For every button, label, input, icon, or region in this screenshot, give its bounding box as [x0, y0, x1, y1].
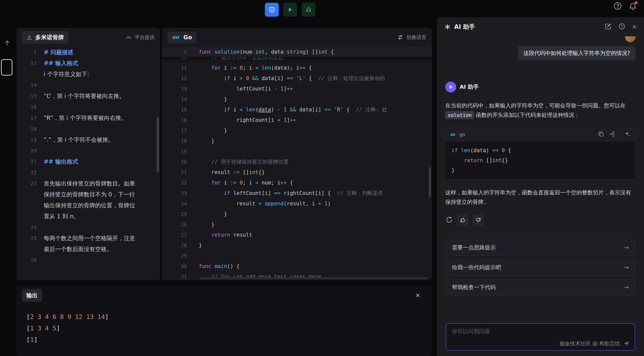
output-token — [34, 313, 38, 320]
thumbs-up-icon — [460, 217, 466, 223]
problem-text: # 问题描述 — [44, 47, 136, 58]
line-number: 19 — [16, 134, 44, 145]
help-button[interactable] — [613, 2, 622, 11]
code-token: 'R' — [334, 107, 343, 113]
refresh-icon — [445, 216, 453, 224]
code-token: { — [306, 65, 312, 71]
suggestion-chip[interactable]: 帮我检查一下代码→ — [445, 279, 636, 295]
code-token: (data) — [470, 147, 492, 153]
insert-code-button[interactable] — [609, 131, 615, 138]
provider-label-wrap: 平台提供 — [126, 34, 154, 41]
code-token: } — [199, 242, 202, 248]
suggestion-chip[interactable]: 需要一点思路提示→ — [445, 240, 636, 256]
problem-line: 25每两个数之间用一个空格隔开，注意最后一个数后面没有空格。 — [16, 233, 160, 255]
code-editor-content[interactable]: 10 // 遍历字符串，更新推动次数11 for i := 0; i < len… — [162, 57, 432, 280]
code-token: ) — [328, 201, 331, 207]
answer-code-block: GO go if len(data) == 0 { retur — [445, 127, 636, 179]
regenerate-button[interactable] — [445, 216, 453, 224]
switch-language-label: 切换语言 — [406, 34, 426, 41]
collapsed-panel-tab[interactable] — [1, 59, 12, 76]
history-button[interactable] — [618, 23, 626, 31]
code-token: int — [249, 169, 258, 175]
code-line: 10 // 遍历字符串，更新推动次数 — [162, 57, 432, 63]
code-line: } — [452, 165, 629, 175]
code-line: 14 } — [162, 94, 432, 104]
code-token: 0 — [246, 75, 249, 81]
thumbs-down-button[interactable] — [472, 214, 484, 226]
compose-icon — [604, 23, 612, 30]
line-number: 16 — [162, 115, 187, 125]
toolbar-run-group — [265, 3, 316, 17]
notifications-button[interactable] — [628, 2, 637, 11]
collapse-up-button[interactable] — [4, 39, 11, 48]
code-token: == — [492, 147, 502, 153]
code-token: ; i — [243, 180, 256, 186]
code-token: solution — [214, 49, 240, 55]
code-token: {} — [258, 169, 264, 175]
send-icon[interactable] — [623, 340, 630, 347]
code-token: rightCount[i — [199, 117, 277, 123]
code-token: [] — [243, 169, 249, 175]
switch-language-button[interactable]: 切换语言 — [397, 34, 426, 41]
ai-close-button[interactable]: × — [632, 23, 636, 31]
line-number — [16, 69, 44, 80]
assistant-answer-intro: 在当前的代码中，如果输入的字符串为空，可能会导致一些问题。您可以在 soluti… — [445, 101, 636, 120]
ai-apply-button[interactable] — [624, 131, 631, 138]
line-number: 24 — [162, 198, 187, 209]
output-line: [1] — [26, 334, 432, 345]
problem-text: i 个字符意义如下: — [44, 69, 136, 80]
code-token: len — [262, 65, 271, 71]
run-button[interactable] — [283, 3, 297, 17]
problem-scrollbar[interactable] — [157, 117, 159, 172]
suggestion-chip[interactable]: 给我一些代码提示吧→ — [445, 259, 636, 275]
code-token: } — [199, 211, 227, 217]
problem-line: 16 — [16, 101, 160, 112]
code-token — [249, 75, 252, 81]
output-close-button[interactable]: × — [416, 291, 420, 299]
editor-vertical-scrollbar[interactable] — [429, 167, 431, 197]
output-line: [2 3 4 6 8 9 12 13 14] — [26, 311, 432, 323]
sticky-code-line[interactable]: 5 func solution(num int, data string) []… — [162, 47, 432, 57]
code-token: leftCount[i — [199, 86, 274, 92]
editor-horizontal-scrollbar[interactable] — [199, 277, 428, 279]
line-number: 11 — [162, 63, 187, 73]
problem-line: 1# 问题描述 — [16, 47, 160, 58]
code-token — [199, 190, 224, 196]
insert-code-icon — [609, 131, 615, 137]
code-token: - — [277, 107, 284, 113]
code-text: if i < len(data) - 1 && data[i] == 'R' {… — [199, 104, 387, 115]
problem-title-badge[interactable]: 多米诺骨牌 — [22, 31, 68, 44]
copy-code-button[interactable] — [598, 131, 604, 138]
code-token: append — [265, 201, 284, 207]
output-token: 6 — [52, 313, 56, 320]
line-number: 28 — [162, 240, 187, 251]
new-chat-button[interactable] — [604, 23, 612, 31]
line-number: 15 — [16, 91, 44, 101]
thumbs-down-icon — [475, 217, 481, 223]
output-token: [ — [26, 313, 30, 320]
problem-content[interactable]: 1# 问题描述11## 输入格式i 个字符意义如下:1415“L”，第 i 个字… — [16, 47, 160, 265]
language-badge[interactable]: GO Go — [168, 32, 196, 43]
code-token: 1 — [280, 86, 284, 92]
submit-button[interactable] — [265, 3, 279, 17]
suggestion-list: 需要一点思路提示→给我一些代码提示吧→帮我检查一下代码→ — [445, 240, 636, 295]
ai-input[interactable] — [446, 324, 634, 339]
code-token: (result, i — [284, 201, 318, 207]
ai-assistant-panel: AI 助手 × 这段代码中如何处理输入字符串为空的情况? AI 助手 在当前的代… — [437, 18, 644, 356]
code-token: num; i — [262, 180, 280, 186]
chart-icon — [126, 34, 132, 40]
code-text: result = append(result, i + 1) — [199, 198, 331, 209]
sparkle-icon — [444, 24, 451, 30]
code-token: result — [233, 232, 252, 238]
ai-conversation[interactable]: 这段代码中如何处理输入字符串为空的情况? AI 助手 在当前的代码中，如果输入的… — [437, 36, 644, 332]
thumbs-up-button[interactable] — [457, 214, 468, 226]
output-token — [41, 313, 45, 320]
code-token — [199, 75, 224, 81]
problem-text: ## 输入格式 — [44, 58, 136, 69]
code-line: 13 leftCount[i - 1]++ — [162, 84, 432, 94]
close-icon: × — [416, 291, 420, 299]
code-token: { — [287, 180, 293, 186]
debug-button[interactable] — [302, 3, 316, 17]
notification-dot — [634, 1, 638, 4]
code-token: == — [324, 107, 334, 113]
